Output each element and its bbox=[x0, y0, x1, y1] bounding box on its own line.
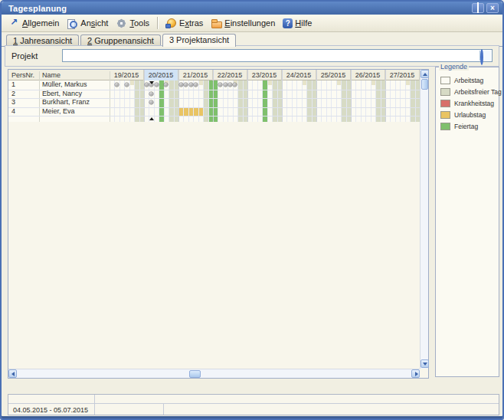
toolbar-button-label: Allgemein bbox=[22, 18, 59, 28]
row-gridline bbox=[8, 116, 420, 116]
appointment-dot[interactable] bbox=[155, 83, 159, 87]
appointment-dot[interactable] bbox=[224, 83, 227, 87]
row-name[interactable]: Ebert, Nancy bbox=[42, 90, 82, 99]
schedule-grid[interactable]: PersNr.Name19/201520/201521/201522/20152… bbox=[8, 69, 429, 379]
tab-projektansicht[interactable]: 3 Projektansicht bbox=[162, 34, 236, 47]
row-gridline bbox=[8, 107, 420, 108]
week-header[interactable]: 27/2015 bbox=[385, 70, 420, 80]
week-header[interactable]: 19/2015 bbox=[110, 70, 144, 80]
column-header-persnr: PersNr. bbox=[11, 71, 34, 79]
week-header[interactable]: 21/2015 bbox=[178, 70, 213, 80]
week-header[interactable]: 25/2015 bbox=[316, 70, 351, 80]
week-header[interactable]: 20/2015 bbox=[144, 70, 178, 80]
legend-swatch-work bbox=[440, 77, 450, 84]
week-gridline bbox=[385, 70, 386, 122]
close-button[interactable]: × bbox=[486, 3, 499, 13]
status-divider-h bbox=[8, 403, 499, 404]
week-header[interactable]: 22/2015 bbox=[213, 70, 247, 80]
today-marker-bottom bbox=[149, 117, 154, 120]
title-bar: Tagesplanung × bbox=[2, 2, 502, 15]
week-gridline bbox=[282, 70, 283, 122]
toolbar-separator bbox=[157, 17, 158, 29]
project-combobox[interactable] bbox=[62, 49, 493, 62]
week-gridline bbox=[247, 70, 248, 122]
week-gridline bbox=[178, 70, 179, 122]
row-persnr: 1 bbox=[11, 80, 15, 90]
chevron-up-icon bbox=[423, 73, 427, 76]
legend-swatch-free bbox=[440, 88, 450, 96]
chevron-right-icon bbox=[415, 372, 418, 376]
scroll-right-button[interactable] bbox=[411, 369, 420, 378]
toolbar-button-hilfe[interactable]: ?Hilfe bbox=[279, 18, 316, 29]
toolbar-button-label: Hilfe bbox=[295, 18, 312, 28]
toolbar-button-label: Extras bbox=[179, 18, 203, 28]
toolbar-button-einstellungen[interactable]: Einstellungen bbox=[207, 17, 279, 30]
row-gridline bbox=[8, 90, 420, 90]
tab-jahresansicht[interactable]: 1 Jahresansicht bbox=[6, 34, 79, 46]
row-persnr: 3 bbox=[11, 98, 15, 107]
week-header[interactable]: 23/2015 bbox=[247, 70, 282, 80]
row-name[interactable]: Meier, Eva bbox=[42, 107, 75, 116]
status-bar: 04.05.2015 - 05.07.2015 bbox=[8, 394, 499, 415]
status-divider-v3 bbox=[163, 403, 164, 415]
week-gridline bbox=[144, 70, 145, 122]
vertical-scroll-thumb[interactable] bbox=[421, 79, 428, 90]
dropdown-icon bbox=[480, 49, 483, 65]
restore-button[interactable] bbox=[472, 3, 484, 13]
column-header-name: Name bbox=[42, 71, 61, 79]
today-marker-top bbox=[149, 81, 154, 84]
grid-header-row: PersNr.Name19/201520/201521/201522/20152… bbox=[8, 70, 420, 80]
extras-icon bbox=[165, 18, 177, 29]
scroll-left-button[interactable] bbox=[8, 369, 17, 378]
toolbar-button-label: Ansicht bbox=[80, 18, 108, 28]
project-strip: Projekt bbox=[5, 45, 499, 67]
week-header[interactable]: 26/2015 bbox=[351, 70, 385, 80]
toolbar-button-label: Tools bbox=[129, 18, 149, 28]
legend-label-sick: Krankheitstag bbox=[454, 100, 494, 107]
legend-swatch-holiday bbox=[440, 123, 450, 130]
appointment-dot[interactable] bbox=[149, 92, 153, 96]
status-divider-v1 bbox=[94, 395, 95, 403]
tagesplanung-window: Tagesplanung × AllgemeinAnsichtToolsExtr… bbox=[0, 0, 504, 420]
restore-icon bbox=[477, 2, 479, 13]
status-date-range: 04.05.2015 - 05.07.2015 bbox=[13, 406, 88, 414]
appointment-dot[interactable] bbox=[145, 83, 149, 87]
row-persnr: 4 bbox=[11, 107, 15, 116]
toolbar-button-ansicht[interactable]: Ansicht bbox=[63, 17, 112, 30]
legend-label-holiday: Feiertag bbox=[454, 123, 478, 130]
legend-label-work: Arbeitstag bbox=[454, 77, 483, 84]
tab-gruppenansicht[interactable]: 2 Gruppenansicht bbox=[80, 34, 161, 46]
column-separator bbox=[39, 71, 40, 122]
column-separator bbox=[110, 71, 110, 122]
horizontal-scrollbar[interactable] bbox=[8, 369, 420, 378]
window-title: Tagesplanung bbox=[5, 4, 67, 13]
scroll-up-button[interactable] bbox=[421, 70, 429, 78]
arrow-up-right-icon bbox=[8, 18, 20, 29]
week-gridline bbox=[316, 70, 317, 122]
week-gridline bbox=[213, 70, 214, 122]
toolbar-button-allgemein[interactable]: Allgemein bbox=[5, 17, 63, 30]
magnifier-icon bbox=[67, 18, 78, 29]
appointment-dot[interactable] bbox=[189, 83, 193, 87]
chevron-down-icon bbox=[423, 363, 427, 366]
row-name[interactable]: Müller, Markus bbox=[42, 80, 87, 90]
appointment-dot[interactable] bbox=[179, 83, 183, 87]
help-icon: ? bbox=[283, 18, 293, 28]
horizontal-scroll-thumb[interactable] bbox=[189, 370, 201, 378]
status-divider-v2 bbox=[94, 403, 95, 415]
vertical-scrollbar[interactable] bbox=[420, 70, 428, 369]
menu-toolbar: AllgemeinAnsichtToolsExtrasEinstellungen… bbox=[2, 15, 502, 32]
week-gridline bbox=[351, 70, 352, 122]
toolbar-button-tools[interactable]: Tools bbox=[112, 17, 153, 30]
legend-label-vacation: Urlaubstag bbox=[454, 111, 486, 119]
row-gridline bbox=[8, 98, 420, 99]
row-name[interactable]: Burkhart, Franz bbox=[42, 98, 90, 107]
legend-swatch-vacation bbox=[440, 111, 450, 119]
scroll-down-button[interactable] bbox=[421, 359, 429, 368]
legend-label-free: Arbeitsfreier Tag bbox=[454, 88, 502, 96]
project-dropdown-button[interactable] bbox=[479, 51, 491, 61]
settings-icon bbox=[211, 18, 222, 29]
week-header[interactable]: 24/2015 bbox=[282, 70, 316, 80]
toolbar-button-extras[interactable]: Extras bbox=[162, 17, 207, 30]
legend-swatch-sick bbox=[440, 100, 450, 107]
